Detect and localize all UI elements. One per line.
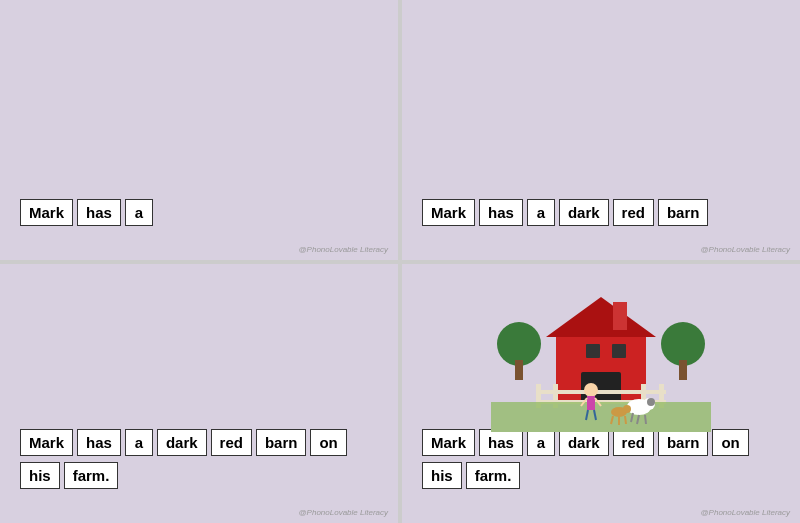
sentence-row-3b: his farm.: [20, 462, 378, 489]
svg-rect-2: [515, 360, 523, 380]
sentence-row-1: Mark has a: [20, 199, 378, 226]
word-dark: dark: [559, 199, 609, 226]
word-mark: Mark: [422, 199, 475, 226]
svg-line-29: [645, 415, 646, 424]
svg-rect-4: [679, 360, 687, 380]
svg-rect-17: [491, 402, 711, 432]
word-a: a: [527, 199, 555, 226]
word-has: has: [77, 429, 121, 456]
word-dark: dark: [157, 429, 207, 456]
svg-point-3: [661, 322, 705, 366]
word-has: has: [479, 199, 523, 226]
sentence-row-2: Mark has a dark red barn: [422, 199, 780, 226]
watermark-2: @PhonoLovable Literacy: [700, 245, 790, 254]
card-4: Mark has a dark red barn on his farm. @P…: [402, 264, 800, 524]
word-red: red: [613, 199, 654, 226]
card-1: Mark has a @PhonoLovable Literacy: [0, 0, 398, 260]
word-mark: Mark: [20, 429, 73, 456]
word-red: red: [211, 429, 252, 456]
word-farm: farm.: [466, 462, 521, 489]
word-barn: barn: [256, 429, 307, 456]
card-2: Mark has a dark red barn @PhonoLovable L…: [402, 0, 800, 260]
word-his: his: [20, 462, 60, 489]
svg-line-34: [625, 416, 626, 424]
svg-point-31: [623, 405, 631, 413]
word-on: on: [310, 429, 346, 456]
word-red: red: [613, 429, 654, 456]
svg-rect-10: [613, 302, 627, 330]
svg-rect-8: [586, 344, 600, 358]
watermark-4: @PhonoLovable Literacy: [700, 508, 790, 517]
svg-rect-19: [587, 396, 595, 410]
word-a: a: [125, 199, 153, 226]
word-has: has: [77, 199, 121, 226]
sentence-row-4a: Mark has a dark red barn on: [422, 429, 780, 456]
word-barn: barn: [658, 199, 709, 226]
watermark-3: @PhonoLovable Literacy: [298, 508, 388, 517]
watermark-1: @PhonoLovable Literacy: [298, 245, 388, 254]
word-on: on: [712, 429, 748, 456]
farm-illustration: [491, 272, 711, 432]
word-farm: farm.: [64, 462, 119, 489]
sentence-row-3a: Mark has a dark red barn on: [20, 429, 378, 456]
svg-rect-9: [612, 344, 626, 358]
word-his: his: [422, 462, 462, 489]
word-mark: Mark: [20, 199, 73, 226]
word-has: has: [479, 429, 523, 456]
card-3: Mark has a dark red barn on his farm. @P…: [0, 264, 398, 524]
word-barn: barn: [658, 429, 709, 456]
word-mark: Mark: [422, 429, 475, 456]
word-dark: dark: [559, 429, 609, 456]
word-a: a: [527, 429, 555, 456]
svg-point-26: [647, 398, 655, 406]
word-a: a: [125, 429, 153, 456]
sentence-row-4b: his farm.: [422, 462, 780, 489]
svg-point-1: [497, 322, 541, 366]
svg-point-18: [584, 383, 598, 397]
